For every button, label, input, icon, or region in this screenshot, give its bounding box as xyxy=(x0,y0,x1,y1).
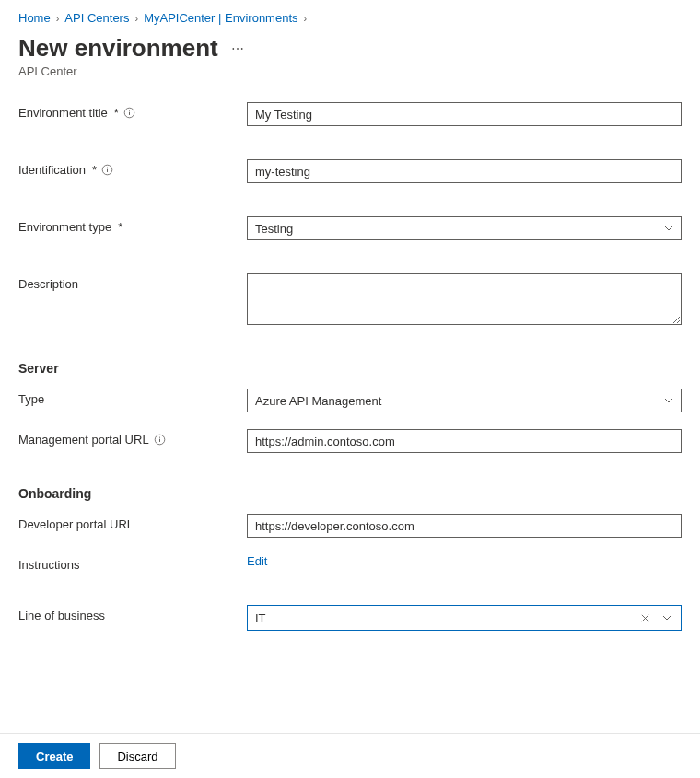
info-icon[interactable] xyxy=(123,107,135,119)
edit-instructions-link[interactable]: Edit xyxy=(247,554,267,568)
server-type-value[interactable] xyxy=(247,389,682,412)
dev-url-label: Developer portal URL xyxy=(18,517,134,531)
description-label: Description xyxy=(18,277,78,291)
chevron-down-icon[interactable] xyxy=(659,610,675,626)
svg-rect-2 xyxy=(129,110,130,111)
instructions-label: Instructions xyxy=(18,558,79,572)
env-type-select[interactable] xyxy=(247,216,682,240)
info-icon[interactable] xyxy=(154,434,166,446)
discard-button[interactable]: Discard xyxy=(99,743,175,769)
breadcrumb-center[interactable]: MyAPICenter | Environments xyxy=(144,11,298,25)
mgmt-url-input[interactable] xyxy=(247,429,682,453)
required-mark: * xyxy=(114,106,119,120)
description-input[interactable] xyxy=(247,273,682,325)
mgmt-url-label: Management portal URL xyxy=(18,433,149,447)
chevron-right-icon: › xyxy=(56,13,60,24)
identification-input[interactable] xyxy=(247,159,682,183)
chevron-right-icon: › xyxy=(134,13,138,24)
page-title: New environment xyxy=(18,34,218,63)
svg-rect-8 xyxy=(159,437,160,438)
onboarding-section-header: Onboarding xyxy=(18,486,682,501)
env-type-value[interactable] xyxy=(247,216,682,240)
create-button[interactable]: Create xyxy=(18,743,90,769)
env-type-label: Environment type xyxy=(18,220,111,234)
svg-rect-7 xyxy=(159,439,160,442)
required-mark: * xyxy=(92,163,97,177)
page-subtitle: API Center xyxy=(18,64,682,78)
env-title-input[interactable] xyxy=(247,102,682,126)
env-title-label: Environment title xyxy=(18,106,108,120)
lob-value: IT xyxy=(255,611,631,625)
breadcrumb: Home › API Centers › MyAPICenter | Envir… xyxy=(18,7,682,34)
lob-label: Line of business xyxy=(18,609,105,622)
server-type-select[interactable] xyxy=(247,389,682,412)
required-mark: * xyxy=(118,220,122,234)
info-icon[interactable] xyxy=(101,164,113,176)
server-section-header: Server xyxy=(18,361,682,376)
breadcrumb-home[interactable]: Home xyxy=(18,11,51,25)
dev-url-input[interactable] xyxy=(247,514,682,538)
svg-rect-4 xyxy=(107,169,108,172)
identification-label: Identification xyxy=(18,163,86,177)
lob-select[interactable]: IT xyxy=(247,605,682,631)
svg-rect-5 xyxy=(107,168,108,168)
more-actions-button[interactable]: ⋯ xyxy=(228,36,250,62)
server-type-label: Type xyxy=(18,392,44,406)
clear-icon[interactable] xyxy=(636,610,653,626)
breadcrumb-api-centers[interactable]: API Centers xyxy=(64,11,129,25)
chevron-right-icon: › xyxy=(304,13,308,24)
svg-rect-1 xyxy=(129,112,130,115)
footer-bar: Create Discard xyxy=(0,733,700,778)
